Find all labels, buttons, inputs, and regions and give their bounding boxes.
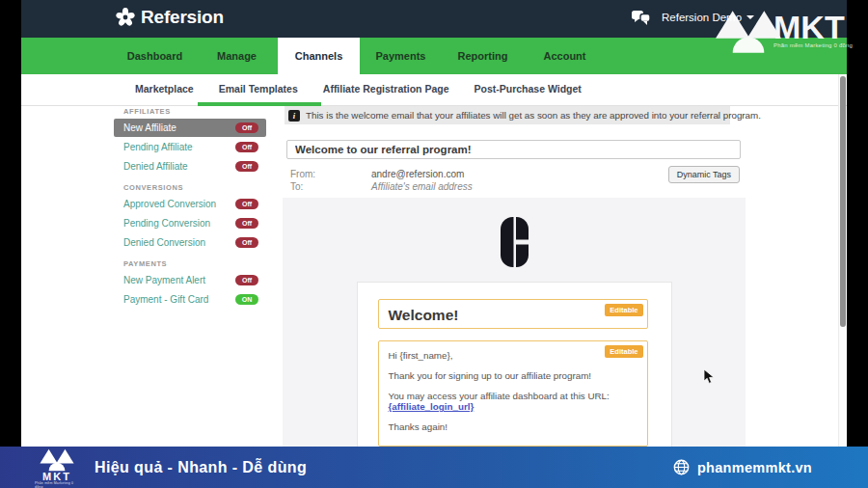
- email-card: Welcome! Editable Editable Hi {first_nam…: [357, 282, 672, 447]
- mouse-cursor: [703, 369, 715, 389]
- email-preview-pane: Welcome! Editable Editable Hi {first_nam…: [283, 198, 746, 447]
- tab-account[interactable]: Account: [524, 38, 606, 74]
- sidebar-item-new-affiliate[interactable]: New Affiliate Off: [114, 119, 266, 137]
- sidebar-item-pending-conversion[interactable]: Pending Conversion Off: [114, 214, 266, 232]
- mkt-mountain-icon: [38, 447, 76, 472]
- sidebar-item-denied-conversion[interactable]: Denied Conversion Off: [114, 233, 266, 252]
- globe-icon: [673, 459, 690, 475]
- sidebar-item-label: New Affiliate: [123, 122, 176, 133]
- chat-icon[interactable]: [632, 11, 651, 30]
- sidebar-item-label: Payment - Gift Card: [123, 294, 208, 305]
- from-label: From:: [290, 168, 371, 180]
- mkt-footer-tagline: Phần mềm Marketing 0 đồng: [35, 481, 79, 488]
- sidebar-item-label: Approved Conversion: [123, 199, 216, 209]
- sidebar-item-label: Denied Affiliate: [123, 161, 188, 172]
- footer-slogan: Hiệu quả - Nhanh - Dễ dùng: [95, 459, 307, 476]
- sidebar-item-label: Denied Conversion: [123, 237, 205, 248]
- tab-reporting[interactable]: Reporting: [442, 38, 524, 74]
- sidebar-item-approved-conversion[interactable]: Approved Conversion Off: [114, 195, 266, 213]
- status-badge: Off: [235, 161, 258, 172]
- footer-website-group: phanmemmkt.vn: [673, 459, 812, 475]
- stage: Refersion Refersion Demo Dashboard Manag…: [0, 0, 868, 488]
- refersion-flower-icon: [116, 8, 135, 27]
- scrollbar-thumb[interactable]: [840, 76, 846, 327]
- mkt-watermark: MKT Phần mềm Marketing 0 đồng: [716, 2, 853, 58]
- info-icon: i: [288, 110, 300, 122]
- from-value: andre@refersion.com: [371, 168, 464, 180]
- subtab-email-templates[interactable]: Email Templates: [219, 74, 298, 106]
- sidebar-item-new-payment-alert[interactable]: New Payment Alert Off: [114, 271, 266, 289]
- editable-badge: Editable: [605, 345, 642, 358]
- app-window: Refersion Refersion Demo Dashboard Manag…: [21, 0, 847, 447]
- footer-website: phanmemmkt.vn: [697, 460, 812, 475]
- mkt-watermark-tagline: Phần mềm Marketing 0 đồng: [773, 42, 853, 48]
- affiliate-login-url-link[interactable]: {affiliate_login_url}: [389, 401, 475, 412]
- editable-badge: Editable: [605, 304, 642, 316]
- status-badge: Off: [235, 142, 258, 152]
- mkt-footer-brand: MKT: [42, 472, 71, 481]
- vertical-scrollbar[interactable]: [838, 74, 846, 447]
- dynamic-tags-button[interactable]: Dynamic Tags: [668, 166, 740, 183]
- sidebar-item-label: New Payment Alert: [123, 275, 205, 285]
- sidebar-section-conversions: CONVERSIONS: [114, 183, 266, 192]
- info-banner-text: This is the welcome email that your affi…: [306, 110, 761, 121]
- subtab-post-purchase-widget[interactable]: Post-Purchase Widget: [475, 74, 582, 106]
- sidebar-section-payments: PAYMENTS: [114, 259, 266, 268]
- tab-manage[interactable]: Manage: [196, 38, 278, 74]
- tab-dashboard[interactable]: Dashboard: [114, 38, 196, 74]
- footer-bar: MKT Phần mềm Marketing 0 đồng Hiệu quả -…: [0, 447, 868, 488]
- mkt-watermark-brand: MKT: [773, 12, 853, 42]
- subject-input[interactable]: [286, 140, 741, 159]
- secondary-nav: Marketplace Email Templates Affiliate Re…: [21, 74, 847, 106]
- email-paragraph: You may access your affiliate dashboard …: [389, 391, 637, 412]
- status-badge: ON: [235, 294, 258, 305]
- email-heading-block[interactable]: Welcome! Editable: [378, 299, 648, 329]
- email-paragraph: Thank you for signing up to our affiliat…: [389, 370, 637, 381]
- tab-payments[interactable]: Payments: [360, 38, 442, 74]
- status-badge: Off: [235, 275, 258, 285]
- sidebar-section-affiliates: AFFILIATES: [114, 107, 266, 116]
- info-banner: i This is the welcome email that your af…: [285, 106, 730, 124]
- status-badge: Off: [235, 218, 258, 229]
- merchant-c-logo: [501, 217, 529, 267]
- mkt-mountain-icon: [716, 2, 781, 58]
- template-editor: i This is the welcome email that your af…: [283, 106, 747, 447]
- sidebar-item-label: Pending Affiliate: [123, 142, 193, 152]
- status-badge: Off: [235, 199, 258, 209]
- to-label: To:: [290, 180, 371, 193]
- tab-channels[interactable]: Channels: [278, 38, 360, 74]
- to-value: Affiliate's email address: [371, 180, 473, 193]
- sidebar-item-pending-affiliate[interactable]: Pending Affiliate Off: [114, 138, 266, 156]
- subtab-affiliate-registration-page[interactable]: Affiliate Registration Page: [323, 74, 449, 106]
- refersion-logo: Refersion: [116, 7, 224, 28]
- mkt-watermark-text: MKT Phần mềm Marketing 0 đồng: [773, 12, 853, 48]
- email-body-block[interactable]: Editable Hi {first_name}, Thank you for …: [378, 340, 648, 447]
- sidebar-item-label: Pending Conversion: [123, 218, 210, 229]
- status-badge: Off: [235, 122, 258, 133]
- sidebar-item-payment-gift-card[interactable]: Payment - Gift Card ON: [114, 290, 266, 309]
- email-templates-sidebar: AFFILIATES New Affiliate Off Pending Aff…: [114, 106, 266, 310]
- content-area: AFFILIATES New Affiliate Off Pending Aff…: [21, 106, 847, 447]
- email-paragraph: Hi {first_name},: [389, 350, 637, 361]
- brand-name: Refersion: [141, 7, 224, 28]
- email-paragraph: Thanks again!: [389, 421, 637, 432]
- status-badge: Off: [235, 237, 258, 248]
- sidebar-item-denied-affiliate[interactable]: Denied Affiliate Off: [114, 157, 266, 176]
- subtab-marketplace[interactable]: Marketplace: [135, 74, 194, 106]
- email-meta: From: andre@refersion.com To: Affiliate'…: [290, 168, 473, 193]
- mkt-footer-logo: MKT Phần mềm Marketing 0 đồng: [35, 447, 79, 488]
